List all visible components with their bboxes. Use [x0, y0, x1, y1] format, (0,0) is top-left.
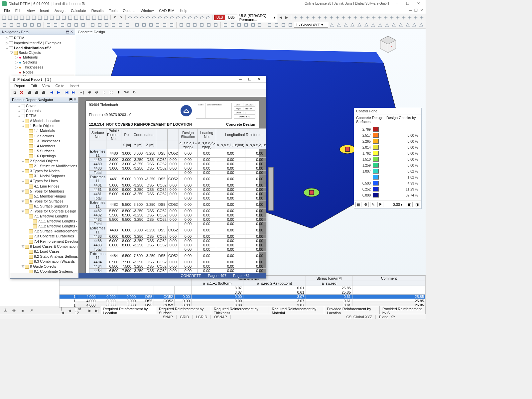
status-grid[interactable]: GRID [177, 315, 193, 319]
tool-btn-13[interactable] [79, 15, 85, 21]
tool3-btn-11[interactable] [359, 15, 364, 21]
cp-tab-3[interactable]: ✎ [370, 202, 376, 207]
menu-cadbim[interactable]: CAD-BIM [156, 8, 177, 13]
tool4-btn-7[interactable] [53, 22, 59, 28]
tool-btn-6[interactable] [37, 15, 43, 21]
cp-tab-1[interactable]: ▦ [355, 202, 361, 207]
info-icon[interactable]: ⓘ [2, 308, 9, 313]
tool2-btn-7[interactable] [169, 15, 175, 21]
tool4-btn-37[interactable] [273, 22, 280, 28]
pw-nav-item[interactable]: 1.5 Surfaces [16, 149, 77, 154]
pw-nav-item[interactable]: 7.1.1 Effective Lengths - ... [16, 219, 77, 224]
tool2-btn-0[interactable] [127, 15, 133, 21]
tool3-btn-5[interactable] [323, 15, 328, 21]
menu-tools[interactable]: Tools [106, 8, 120, 13]
status-lgrid[interactable]: LGRID [193, 315, 211, 319]
status-snap[interactable]: SNAP [160, 315, 177, 319]
tool4-btn-36[interactable] [267, 22, 273, 28]
cp-value-box[interactable]: 0.00▾ [392, 202, 404, 207]
tab-nav-prev[interactable]: ◀ [66, 309, 73, 313]
tool3-btn-19[interactable] [407, 15, 412, 21]
tool3-btn-15[interactable] [383, 15, 388, 21]
pw-nav-item[interactable]: 1.2 Sections [16, 134, 77, 139]
design-situation-box[interactable]: DS5 [226, 15, 237, 20]
tool3-btn-7[interactable] [335, 15, 340, 21]
tool-btn-2[interactable] [13, 15, 19, 21]
tool2-btn-5[interactable] [157, 15, 163, 21]
tool4-btn-0[interactable] [1, 22, 8, 28]
tool5-btn-10[interactable] [398, 22, 404, 28]
tool4-btn-39[interactable] [287, 22, 294, 28]
tool4-btn-1[interactable] [8, 22, 15, 28]
tool4-btn-31[interactable] [229, 22, 235, 28]
pw-max-button[interactable]: ☐ [245, 77, 254, 81]
pw-edit-icon[interactable]: ✎▾ [123, 89, 129, 95]
pw-nav-item[interactable]: 4.1 Line Hinges [16, 184, 77, 189]
tool4-btn-26[interactable] [192, 22, 198, 28]
pw-nav-item[interactable]: 7.2 Surface Reinforcements [16, 229, 77, 234]
tool-btn-3[interactable] [19, 15, 25, 21]
pw-nav-item[interactable]: 8.3 Combination Wizards [16, 259, 77, 264]
pw-nav-item[interactable]: 8.1 Load Cases [16, 249, 77, 254]
tool3-btn-12[interactable] [365, 15, 370, 21]
tool5-btn-3[interactable] [349, 22, 356, 28]
pw-close-button[interactable]: ✕ [254, 77, 264, 81]
tool4-btn-29[interactable] [212, 22, 219, 28]
pw-nav-item[interactable]: ▽9 Guide Objects [16, 264, 77, 269]
pw-menu-edit[interactable]: Edit [28, 83, 40, 88]
tool5-btn-11[interactable] [404, 22, 411, 28]
tool5-btn-13[interactable] [418, 22, 425, 28]
redo-button[interactable]: ↷ [118, 15, 124, 21]
pw-nav-item[interactable]: ▽Contents [16, 108, 77, 113]
pw-nav-item[interactable]: ▽6 Types for Surfaces [16, 199, 77, 204]
tool4-btn-23[interactable] [168, 22, 175, 28]
tool3-btn-2[interactable] [305, 15, 310, 21]
nav-close-icon[interactable]: ✕ [70, 30, 73, 34]
pw-delete-icon[interactable]: 🗙 [19, 89, 25, 95]
pw-nav-close[interactable]: ✕ [73, 97, 76, 102]
pw-nav-item[interactable]: 6.1 Surface Supports [16, 204, 77, 209]
load-combo-select[interactable]: ULS (STR/GEO) - Permane...▾ [238, 13, 277, 22]
tool3-btn-4[interactable] [317, 15, 322, 21]
nav-materials[interactable]: Materials [23, 55, 38, 59]
tool-btn-9[interactable] [55, 15, 61, 21]
eye-icon[interactable]: 👁 [11, 308, 17, 313]
tool2-btn-12[interactable] [199, 15, 204, 21]
pw-nav-item[interactable]: 1.1 Materials [16, 128, 77, 133]
coord-system-select[interactable]: 1 - Global XYZ▾ [294, 22, 328, 28]
pw-nav-item[interactable]: 1.3 Thicknesses [16, 139, 77, 144]
cp-btn-a[interactable]: ◧ [407, 202, 413, 207]
tool4-btn-14[interactable] [103, 22, 110, 28]
tool-btn-8[interactable] [49, 15, 55, 21]
pw-nav-item[interactable]: ▽RFEM [16, 113, 77, 118]
tool-btn-12[interactable] [73, 15, 79, 21]
pw-next-icon[interactable]: ▶ [56, 89, 62, 95]
tool5-btn-9[interactable] [391, 22, 397, 28]
tool4-btn-12[interactable] [90, 22, 96, 28]
pw-menu-view[interactable]: View [40, 83, 53, 88]
minimize-button[interactable]: ─ [392, 2, 402, 6]
cp-tab-2[interactable]: ⚙ [363, 202, 369, 207]
undo-button[interactable]: ↶ [112, 15, 118, 21]
tool4-btn-33[interactable] [243, 22, 249, 28]
mdi-restore-button[interactable]: ❐ [413, 8, 419, 13]
tool4-btn-4[interactable] [29, 22, 35, 28]
mdi-close-button[interactable]: ✕ [419, 8, 424, 13]
menu-file[interactable]: File [1, 8, 13, 13]
menu-edit[interactable]: Edit [13, 8, 24, 13]
menu-insert[interactable]: Insert [37, 8, 52, 13]
pw-last-icon[interactable]: ▶| [70, 89, 76, 95]
menu-window[interactable]: Window [138, 8, 156, 13]
tool5-btn-8[interactable] [384, 22, 390, 28]
cp-btn-b[interactable]: ◨ [414, 202, 420, 207]
tool2-btn-3[interactable] [145, 15, 151, 21]
pw-nav-item[interactable]: ▽4 Types for Lines [16, 179, 77, 184]
pw-nav-item[interactable]: ▽5 Types for Members [16, 189, 77, 194]
pw-pagefit-icon[interactable]: ⬍ [115, 89, 121, 95]
pw-print-icon[interactable]: 🖶 [27, 89, 33, 95]
tool5-btn-2[interactable] [342, 22, 349, 28]
tool-btn-14[interactable] [85, 15, 91, 21]
tool2-btn-6[interactable] [163, 15, 169, 21]
nav-basic-objects[interactable]: Basic Objects [19, 51, 41, 55]
tool-btn-5[interactable] [31, 15, 37, 21]
